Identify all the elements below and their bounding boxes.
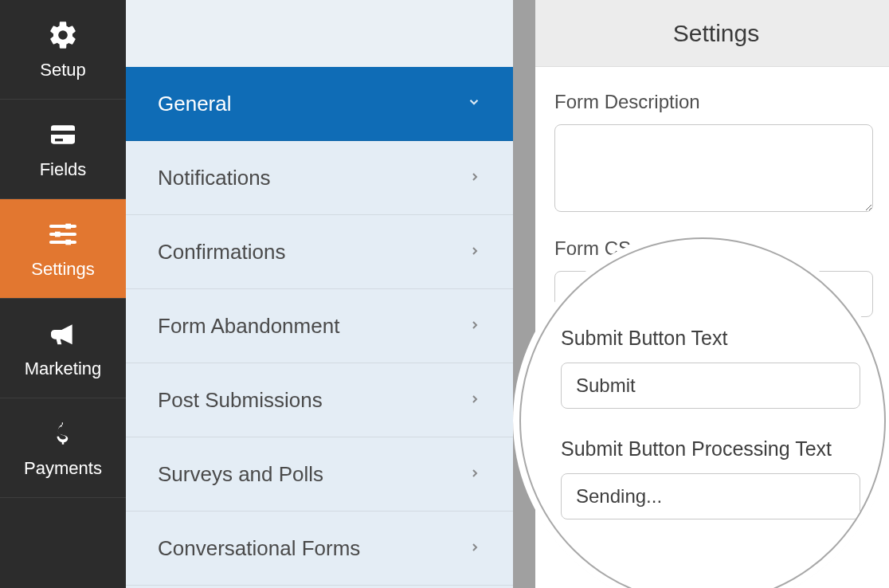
submit-text-block: Submit Button Text <box>561 327 860 409</box>
leftnav-fields-label: Fields <box>40 159 87 180</box>
submenu-general[interactable]: General <box>126 67 513 141</box>
panel-divider <box>513 0 535 588</box>
leftnav-settings[interactable]: Settings <box>0 199 126 299</box>
right-pane: Settings Form Description Form CS Submit… <box>535 0 889 588</box>
chevron-right-icon <box>468 317 481 335</box>
svg-rect-6 <box>65 224 71 229</box>
submenu-confirmations[interactable]: Confirmations <box>126 215 513 289</box>
magnifier-overlay: Submit Button Text Submit Button Process… <box>519 237 886 588</box>
chevron-right-icon <box>468 243 481 261</box>
submenu-confirmations-label: Confirmations <box>158 240 285 265</box>
settings-submenu: General Notifications Confirmations Form… <box>126 0 513 588</box>
leftnav-marketing[interactable]: Marketing <box>0 299 126 398</box>
leftnav-marketing-label: Marketing <box>25 359 102 379</box>
sliders-icon <box>46 218 80 251</box>
left-nav: Setup Fields Settings Marketing Payments <box>0 0 126 588</box>
submenu-post-submissions[interactable]: Post Submissions <box>126 363 513 437</box>
processing-text-block: Submit Button Processing Text <box>561 437 860 519</box>
submenu-post-submissions-label: Post Submissions <box>158 388 323 413</box>
card-icon <box>46 118 80 151</box>
submenu-surveys-polls[interactable]: Surveys and Polls <box>126 437 513 512</box>
chevron-right-icon <box>468 169 481 187</box>
submenu-notifications[interactable]: Notifications <box>126 141 513 215</box>
bullhorn-icon <box>46 317 80 351</box>
leftnav-setup[interactable]: Setup <box>0 0 126 100</box>
leftnav-payments-label: Payments <box>24 458 102 479</box>
submenu-conversational-forms[interactable]: Conversational Forms <box>126 512 513 586</box>
submit-text-label: Submit Button Text <box>561 327 860 350</box>
right-pane-title: Settings <box>535 0 889 67</box>
svg-rect-1 <box>51 131 75 135</box>
chevron-right-icon <box>468 539 481 558</box>
form-description-label: Form Description <box>554 91 873 113</box>
processing-text-input[interactable] <box>561 473 860 519</box>
submenu-surveys-label: Surveys and Polls <box>158 462 323 487</box>
chevron-right-icon <box>468 465 481 484</box>
chevron-down-icon <box>467 95 481 113</box>
submenu-abandonment-label: Form Abandonment <box>158 314 339 339</box>
submenu-form-abandonment[interactable]: Form Abandonment <box>126 289 513 363</box>
form-description-block: Form Description <box>554 91 873 215</box>
svg-rect-2 <box>55 139 63 141</box>
svg-rect-7 <box>55 232 61 237</box>
submenu-conversational-label: Conversational Forms <box>158 536 360 561</box>
leftnav-payments[interactable]: Payments <box>0 398 126 498</box>
processing-text-label: Submit Button Processing Text <box>561 437 860 461</box>
form-description-input[interactable] <box>554 124 873 212</box>
svg-rect-8 <box>65 240 71 245</box>
leftnav-settings-label: Settings <box>31 259 95 280</box>
submenu-notifications-label: Notifications <box>158 166 271 190</box>
leftnav-fields[interactable]: Fields <box>0 100 126 199</box>
chevron-right-icon <box>468 391 481 410</box>
dollar-icon <box>46 417 80 450</box>
submit-text-input[interactable] <box>561 363 860 409</box>
submenu-general-label: General <box>158 92 232 116</box>
leftnav-setup-label: Setup <box>40 60 86 80</box>
submenu-header-spacer <box>126 0 513 67</box>
gear-icon <box>46 18 80 52</box>
